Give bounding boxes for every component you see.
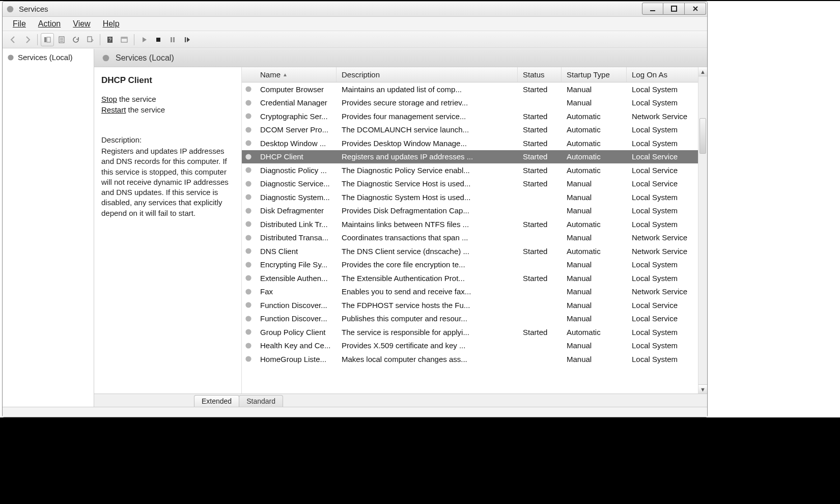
table-row[interactable]: Group Policy ClientThe service is respon… bbox=[242, 325, 707, 339]
cell-startup: Manual bbox=[562, 206, 627, 215]
cell-status: Started bbox=[518, 125, 562, 134]
table-row[interactable]: Desktop Window ...Provides Desktop Windo… bbox=[242, 136, 707, 150]
scroll-down-icon[interactable]: ▼ bbox=[698, 384, 707, 394]
table-row[interactable]: Computer BrowserMaintains an updated lis… bbox=[242, 82, 707, 96]
cell-description: The DCOMLAUNCH service launch... bbox=[337, 125, 518, 134]
show-hide-tree-button[interactable] bbox=[41, 33, 54, 46]
cell-status: Started bbox=[518, 166, 562, 175]
close-button[interactable] bbox=[685, 3, 706, 15]
export-list-button[interactable] bbox=[83, 33, 97, 46]
svg-rect-3 bbox=[44, 37, 46, 42]
column-description[interactable]: Description bbox=[337, 67, 518, 82]
svg-rect-12 bbox=[171, 37, 172, 42]
selected-service-title: DHCP Client bbox=[101, 75, 234, 86]
table-row[interactable]: Cryptographic Ser...Provides four manage… bbox=[242, 109, 707, 123]
scroll-thumb[interactable] bbox=[699, 118, 706, 154]
column-status[interactable]: Status bbox=[518, 67, 562, 82]
table-row[interactable]: Diagnostic Policy ...The Diagnostic Poli… bbox=[242, 163, 707, 177]
console-tree[interactable]: Services (Local) bbox=[3, 49, 94, 407]
tree-item-services-local[interactable]: Services (Local) bbox=[5, 52, 92, 63]
cell-logon: Network Service bbox=[627, 287, 707, 296]
svg-point-31 bbox=[245, 275, 251, 281]
cell-startup: Manual bbox=[562, 274, 627, 283]
maximize-button[interactable] bbox=[663, 3, 685, 15]
services-window: Services File Action View Help ? bbox=[2, 1, 708, 417]
svg-point-22 bbox=[245, 154, 251, 159]
tab-extended[interactable]: Extended bbox=[194, 395, 239, 407]
refresh-button[interactable] bbox=[69, 33, 82, 46]
svg-point-37 bbox=[245, 356, 251, 362]
cell-description: The Diagnostic Policy Service enabl... bbox=[337, 166, 518, 175]
table-row[interactable]: Credential ManagerProvides secure storag… bbox=[242, 96, 707, 110]
column-name[interactable]: Name▲ bbox=[255, 67, 337, 82]
description-label: Description: bbox=[101, 135, 234, 144]
statusbar bbox=[3, 407, 707, 417]
cell-status: Started bbox=[518, 220, 562, 229]
minimize-button[interactable] bbox=[642, 3, 663, 15]
svg-rect-10 bbox=[121, 37, 127, 39]
service-icon bbox=[242, 220, 255, 228]
cell-description: Provides the core file encryption te... bbox=[337, 260, 518, 269]
table-row[interactable]: DNS ClientThe DNS Client service (dnscac… bbox=[242, 244, 707, 258]
nav-forward-button[interactable] bbox=[21, 33, 34, 46]
cell-name: Distributed Transa... bbox=[255, 233, 337, 242]
vertical-scrollbar[interactable]: ▲ ▼ bbox=[698, 67, 707, 394]
cell-logon: Network Service bbox=[627, 233, 707, 242]
table-row[interactable]: Diagnostic Service...The Diagnostic Serv… bbox=[242, 177, 707, 191]
svg-rect-1 bbox=[650, 10, 655, 11]
table-row[interactable]: Distributed Transa...Coordinates transac… bbox=[242, 231, 707, 245]
nav-back-button[interactable] bbox=[7, 33, 20, 46]
table-row[interactable]: Distributed Link Tr...Maintains links be… bbox=[242, 217, 707, 231]
properties-button[interactable] bbox=[55, 33, 68, 46]
help-button[interactable]: ? bbox=[103, 33, 117, 46]
pause-service-button[interactable] bbox=[166, 33, 179, 46]
cell-name: Diagnostic Policy ... bbox=[255, 166, 337, 175]
table-row[interactable]: Extensible Authen...The Extensible Authe… bbox=[242, 271, 707, 285]
svg-point-27 bbox=[245, 221, 251, 227]
scroll-up-icon[interactable]: ▲ bbox=[698, 67, 707, 76]
window-title: Services bbox=[19, 5, 48, 13]
stop-service-link[interactable]: Stop bbox=[101, 95, 117, 103]
table-row[interactable]: DHCP ClientRegisters and updates IP addr… bbox=[242, 150, 707, 164]
cell-status: Started bbox=[518, 328, 562, 337]
table-row[interactable]: Function Discover...The FDPHOST service … bbox=[242, 298, 707, 312]
menu-help[interactable]: Help bbox=[98, 18, 125, 30]
cell-description: Provides secure storage and retriev... bbox=[337, 98, 518, 107]
stop-service-button[interactable] bbox=[152, 33, 165, 46]
table-row[interactable]: Disk DefragmenterProvides Disk Defragmen… bbox=[242, 204, 707, 218]
tab-standard[interactable]: Standard bbox=[239, 395, 283, 407]
column-logon[interactable]: Log On As bbox=[627, 67, 707, 82]
start-service-button[interactable] bbox=[137, 33, 151, 46]
cell-name: Extensible Authen... bbox=[255, 274, 337, 283]
table-row[interactable]: HomeGroup Liste...Makes local computer c… bbox=[242, 352, 707, 366]
column-startup[interactable]: Startup Type bbox=[562, 67, 627, 82]
menu-view[interactable]: View bbox=[68, 18, 95, 30]
svg-point-24 bbox=[245, 181, 251, 186]
services-grid[interactable]: Name▲ Description Status Startup Type Lo… bbox=[242, 67, 707, 394]
svg-point-15 bbox=[8, 54, 13, 60]
table-row[interactable]: FaxEnables you to send and receive fax..… bbox=[242, 285, 707, 299]
cell-name: DNS Client bbox=[255, 247, 337, 256]
table-row[interactable]: Health Key and Ce...Provides X.509 certi… bbox=[242, 339, 707, 353]
menu-action[interactable]: Action bbox=[33, 18, 66, 30]
toolbar-separator bbox=[100, 34, 100, 45]
service-properties-button[interactable] bbox=[118, 33, 131, 46]
service-icon bbox=[242, 247, 255, 255]
restart-service-link[interactable]: Restart bbox=[101, 105, 126, 114]
service-icon bbox=[242, 85, 255, 93]
svg-rect-11 bbox=[156, 38, 160, 42]
table-row[interactable]: DCOM Server Pro...The DCOMLAUNCH service… bbox=[242, 123, 707, 137]
table-row[interactable]: Encrypting File Sy...Provides the core f… bbox=[242, 258, 707, 272]
cell-name: Function Discover... bbox=[255, 301, 337, 310]
restart-service-button[interactable] bbox=[180, 33, 193, 46]
cell-logon: Local System bbox=[627, 139, 707, 148]
table-row[interactable]: Diagnostic System...The Diagnostic Syste… bbox=[242, 190, 707, 204]
cell-name: Fax bbox=[255, 287, 337, 296]
svg-point-26 bbox=[245, 208, 251, 213]
menu-file[interactable]: File bbox=[8, 18, 31, 30]
svg-point-0 bbox=[7, 6, 14, 12]
pane-header: Services (Local) bbox=[94, 49, 707, 67]
table-row[interactable]: Function Discover...Publishes this compu… bbox=[242, 312, 707, 326]
svg-rect-13 bbox=[173, 37, 175, 42]
gear-icon bbox=[7, 53, 15, 62]
